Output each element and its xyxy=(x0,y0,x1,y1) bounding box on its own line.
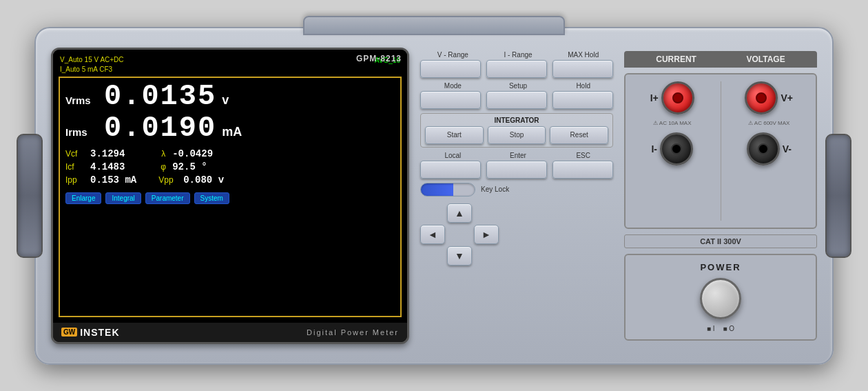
max-hold-button[interactable] xyxy=(552,60,613,78)
display-screen: V_Auto 15 V AC+DC I_Auto 5 mA CF3 GPM-82… xyxy=(53,50,407,323)
nav-center-empty xyxy=(447,225,472,244)
i-minus-socket[interactable] xyxy=(660,132,693,166)
key-lock-label: Key Lock xyxy=(481,186,509,193)
enlarge-button[interactable]: Enlarge xyxy=(65,192,101,204)
setup-label: Setup xyxy=(488,82,548,90)
nav-down-button[interactable]: ▼ xyxy=(447,246,472,265)
vpp-label: Vpp xyxy=(158,175,179,185)
v-plus-label: V+ xyxy=(781,92,793,103)
control-panel: V - Range I - Range MAX Hold Mode Setup … xyxy=(420,51,613,341)
voltage-header: VOLTAGE xyxy=(746,54,785,64)
current-col: I+ ⚠ AC 10A MAX I- xyxy=(635,81,710,221)
irms-unit: mA xyxy=(222,125,242,139)
v-minus-label: V- xyxy=(783,143,792,154)
i-range-button[interactable] xyxy=(486,60,547,78)
vcf-label: Vcf xyxy=(65,149,86,159)
voltage-warning: ⚠ AC 600V MAX xyxy=(748,120,789,127)
irms-value: 0.0190 xyxy=(104,114,216,143)
main-readings: Vrms 0.0135 v Irms 0.0190 mA xyxy=(65,82,395,143)
vpp-row: Vpp 0.080 v xyxy=(158,174,224,186)
sec-col-right: λ -0.0429 φ 92.5 ° Vpp 0.080 v xyxy=(158,148,224,186)
brand-gw: GW xyxy=(61,328,77,337)
irms-label: Irms xyxy=(65,126,99,138)
screen-top-left: V_Auto 15 V AC+DC I_Auto 5 mA CF3 xyxy=(60,55,124,74)
display-panel: V_Auto 15 V AC+DC I_Auto 5 mA CF3 GPM-82… xyxy=(51,48,409,344)
instrument-body: V_Auto 15 V AC+DC I_Auto 5 mA CF3 GPM-82… xyxy=(34,27,834,365)
lambda-symbol: λ xyxy=(158,149,168,159)
brand-instek: INSTEK xyxy=(80,327,119,338)
brand-logo: GW INSTEK xyxy=(61,327,120,338)
icf-row: Icf 4.1483 xyxy=(65,161,136,172)
power-off-indicator: ■ O xyxy=(723,325,735,332)
phi-symbol: φ xyxy=(158,162,168,172)
current-header: CURRENT xyxy=(656,54,696,64)
hold-button[interactable] xyxy=(552,91,613,109)
parameter-button[interactable]: Parameter xyxy=(145,192,190,204)
system-button[interactable]: System xyxy=(194,192,229,204)
nav-empty-br xyxy=(474,246,499,265)
i-plus-label: I+ xyxy=(650,92,659,103)
mode-button[interactable] xyxy=(420,91,481,109)
phi-value: 92.5 ° xyxy=(172,161,207,172)
vcf-value: 3.1294 xyxy=(90,148,125,159)
lambda-value: -0.0429 xyxy=(172,148,213,159)
icf-value: 4.1483 xyxy=(90,161,125,172)
vrms-label: Vrms xyxy=(65,94,99,106)
max-hold-label: MAX Hold xyxy=(553,51,613,59)
i-range-label: I - Range xyxy=(488,51,548,59)
terminals-block: I+ ⚠ AC 10A MAX I- xyxy=(624,73,817,229)
nav-pad: ▲ ◄ ► ▼ xyxy=(420,203,613,265)
integrator-section: INTEGRATOR Start Stop Reset xyxy=(420,113,613,148)
enter-button[interactable] xyxy=(486,161,547,179)
top-handle xyxy=(303,16,565,35)
v-range-label: V - Range xyxy=(423,51,483,59)
sec-col-left: Vcf 3.1294 Icf 4.1483 Ipp 0.153 mA xyxy=(65,148,136,186)
esc-label: ESC xyxy=(553,152,613,159)
local-label: Local xyxy=(423,152,483,159)
power-indicators: ■ I ■ O xyxy=(707,325,734,332)
nav-up-button[interactable]: ▲ xyxy=(447,203,472,223)
irms-row: Irms 0.0190 mA xyxy=(65,114,395,143)
nav-right-button[interactable]: ► xyxy=(474,225,499,244)
instrument-type: Digital Power Meter xyxy=(307,328,399,337)
integral-button[interactable]: Integral xyxy=(105,192,141,204)
vpp-value: 0.080 v xyxy=(183,174,224,186)
stop-button[interactable]: Stop xyxy=(488,126,546,144)
nav-empty-tl xyxy=(420,203,445,223)
mode-label: Mode xyxy=(423,82,483,90)
soft-buttons: Enlarge Integral Parameter System xyxy=(65,192,395,204)
handle-right xyxy=(825,134,851,258)
ipp-row: Ipp 0.153 mA xyxy=(65,174,136,186)
local-button[interactable] xyxy=(420,161,481,179)
hold-label: Hold xyxy=(553,82,613,90)
phi-row: φ 92.5 ° xyxy=(158,161,224,172)
i-plus-socket[interactable] xyxy=(661,81,694,114)
nav-empty-tr xyxy=(474,203,499,223)
i-minus-label: I- xyxy=(651,143,657,154)
terminal-section: CURRENT VOLTAGE I+ ⚠ AC 10A MAX I- xyxy=(624,51,817,341)
nav-empty-bl xyxy=(420,246,445,265)
key-lock-row: Key Lock xyxy=(420,183,613,197)
power-button[interactable] xyxy=(700,278,741,319)
terminal-divider xyxy=(721,81,721,221)
vrms-unit: v xyxy=(222,93,229,108)
setup-button[interactable] xyxy=(486,91,547,109)
nav-left-button[interactable]: ◄ xyxy=(420,225,445,244)
v-plus-socket[interactable] xyxy=(745,81,778,114)
v-range-button[interactable] xyxy=(420,60,481,78)
vrms-row: Vrms 0.0135 v xyxy=(65,82,395,111)
ipp-value: 0.153 mA xyxy=(90,174,136,186)
key-lock-bar[interactable] xyxy=(420,183,475,197)
cat-rating: CAT II 300V xyxy=(624,234,817,248)
power-on-indicator: ■ I xyxy=(707,325,715,332)
icf-label: Icf xyxy=(65,162,86,172)
current-warning: ⚠ AC 10A MAX xyxy=(653,120,691,127)
voltage-col: V+ ⚠ AC 600V MAX V- xyxy=(732,81,807,221)
vcf-row: Vcf 3.1294 xyxy=(65,148,136,159)
reset-button[interactable]: Reset xyxy=(550,126,608,144)
display-bottom: GW INSTEK Digital Power Meter xyxy=(53,323,407,342)
v-minus-socket[interactable] xyxy=(747,132,780,166)
screen-inner: Vrms 0.0135 v Irms 0.0190 mA Vcf 3.1 xyxy=(59,77,402,317)
start-button[interactable]: Start xyxy=(425,126,484,144)
esc-button[interactable] xyxy=(552,161,613,179)
